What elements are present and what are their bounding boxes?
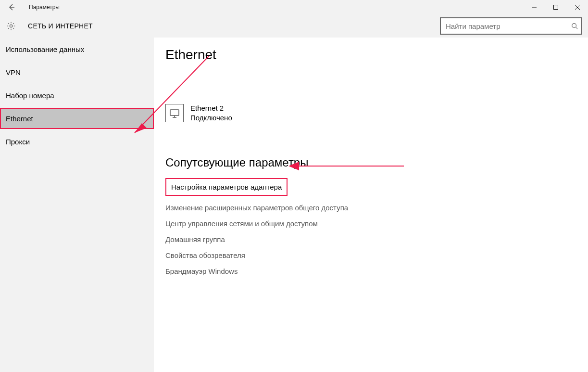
link-firewall[interactable]: Брандмауэр Windows xyxy=(165,267,238,275)
page-title: Ethernet xyxy=(165,47,588,63)
related-heading: Сопутсвующие параметры xyxy=(165,156,588,169)
gear-icon xyxy=(6,21,16,31)
connection-name: Ethernet 2 xyxy=(190,103,232,113)
sidebar-item-ethernet[interactable]: Ethernet xyxy=(0,108,154,129)
header-row: СЕТЬ И ИНТЕРНЕТ xyxy=(0,14,588,38)
search-icon xyxy=(568,23,581,29)
connection-row[interactable]: Ethernet 2 Подключено xyxy=(165,103,348,122)
main-pane: Ethernet Ethernet 2 Подключено Сопутсвую… xyxy=(154,38,588,372)
connection-text: Ethernet 2 Подключено xyxy=(190,103,232,122)
section-title: СЕТЬ И ИНТЕРНЕТ xyxy=(28,22,93,30)
sidebar-item-label: Ethernet xyxy=(6,115,33,123)
ethernet-icon xyxy=(165,104,184,122)
sidebar-item-dialup[interactable]: Набор номера xyxy=(0,84,154,107)
close-icon xyxy=(575,5,580,10)
maximize-button[interactable] xyxy=(545,0,566,14)
sidebar-item-label: Набор номера xyxy=(6,91,54,100)
search-input[interactable] xyxy=(441,22,568,30)
back-button[interactable] xyxy=(0,0,23,14)
sidebar-item-vpn[interactable]: VPN xyxy=(0,61,154,84)
sidebar: Использование данных VPN Набор номера Et… xyxy=(0,38,154,372)
search-box[interactable] xyxy=(440,17,582,35)
link-network-center[interactable]: Центр управления сетями и общим доступом xyxy=(165,219,318,228)
link-adapter-settings[interactable]: Настройка параметров адаптера xyxy=(165,178,288,196)
titlebar: Параметры xyxy=(0,0,588,14)
link-homegroup[interactable]: Домашняя группа xyxy=(165,235,225,244)
sidebar-item-label: Использование данных xyxy=(6,45,84,53)
minimize-button[interactable] xyxy=(523,0,545,14)
minimize-icon xyxy=(532,5,537,10)
titlebar-label: Параметры xyxy=(29,4,60,11)
window-controls xyxy=(523,0,588,14)
arrow-left-icon xyxy=(8,3,15,11)
connection-status: Подключено xyxy=(190,113,232,123)
maximize-icon xyxy=(553,5,558,10)
sidebar-item-label: VPN xyxy=(6,68,21,77)
close-button[interactable] xyxy=(566,0,588,14)
sidebar-item-label: Прокси xyxy=(6,138,30,146)
svg-rect-8 xyxy=(170,110,179,115)
svg-line-7 xyxy=(576,27,578,29)
svg-point-5 xyxy=(10,25,12,27)
link-advanced-sharing[interactable]: Изменение расширенных параметров общего … xyxy=(165,204,348,212)
sidebar-item-data-usage[interactable]: Использование данных xyxy=(0,38,154,61)
link-browser-properties[interactable]: Свойства обозревателя xyxy=(165,251,245,259)
sidebar-item-proxy[interactable]: Прокси xyxy=(0,130,154,153)
svg-point-6 xyxy=(572,24,576,28)
svg-rect-2 xyxy=(553,5,558,10)
